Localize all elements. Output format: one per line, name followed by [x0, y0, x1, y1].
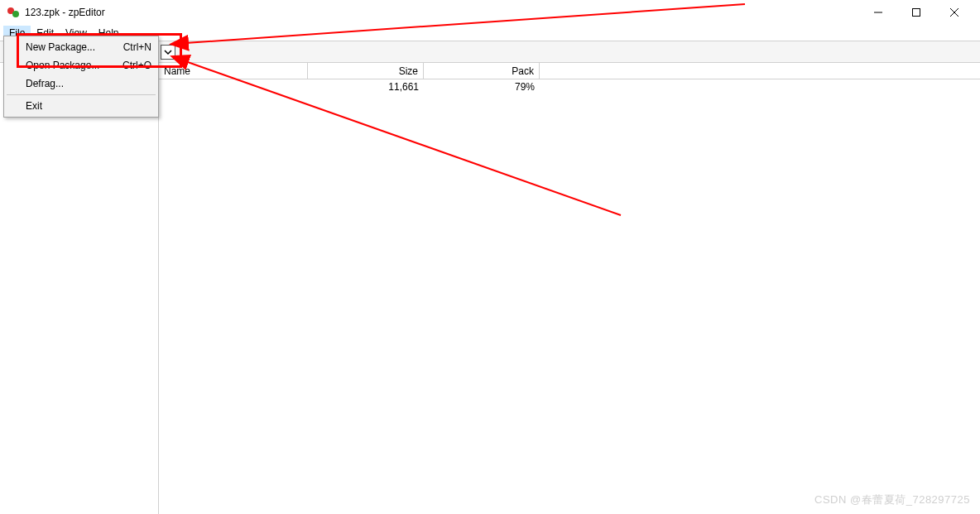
menu-item-label: Open Package...: [26, 60, 99, 71]
app-icon: [7, 6, 20, 19]
watermark: CSDN @春蕾夏荷_728297725: [814, 492, 970, 507]
toolbar-dropdown-icon[interactable]: [161, 45, 175, 60]
col-header-name[interactable]: Name: [159, 63, 308, 79]
file-menu-dropdown: New Package... Ctrl+N Open Package... Ct…: [3, 36, 159, 118]
menu-item-label: New Package...: [26, 41, 95, 53]
menu-item-defrag[interactable]: Defrag...: [6, 74, 156, 93]
client-area: router store views Name Size Pack 11,661…: [0, 63, 980, 514]
list-body[interactable]: 11,661 79%: [159, 79, 980, 514]
list-header: Name Size Pack: [159, 63, 980, 79]
menu-item-label: Exit: [26, 100, 42, 112]
list-pane: Name Size Pack 11,661 79%: [159, 63, 980, 514]
close-button[interactable]: [935, 0, 973, 25]
menu-item-label: Defrag...: [26, 78, 64, 89]
titlebar: 123.zpk - zpEditor: [0, 0, 980, 25]
minimize-button[interactable]: [859, 0, 897, 25]
window-title: 123.zpk - zpEditor: [25, 7, 105, 18]
cell-name: [159, 79, 308, 94]
cell-pack: 79%: [424, 79, 540, 94]
col-header-pack[interactable]: Pack: [424, 63, 540, 79]
col-header-size[interactable]: Size: [308, 63, 424, 79]
svg-point-1: [12, 11, 19, 17]
list-row[interactable]: 11,661 79%: [159, 79, 980, 94]
window-buttons: [859, 0, 973, 25]
menu-item-shortcut: Ctrl+O: [122, 60, 151, 71]
menu-item-open-package[interactable]: Open Package... Ctrl+O: [6, 56, 156, 74]
svg-rect-3: [913, 9, 920, 17]
menu-item-exit[interactable]: Exit: [6, 97, 156, 115]
maximize-button[interactable]: [897, 0, 935, 25]
menu-item-new-package[interactable]: New Package... Ctrl+N: [6, 38, 156, 56]
cell-size: 11,661: [308, 79, 424, 94]
menu-separator: [7, 94, 156, 95]
menu-item-shortcut: Ctrl+N: [123, 41, 151, 53]
tree-pane[interactable]: router store views: [0, 63, 159, 514]
